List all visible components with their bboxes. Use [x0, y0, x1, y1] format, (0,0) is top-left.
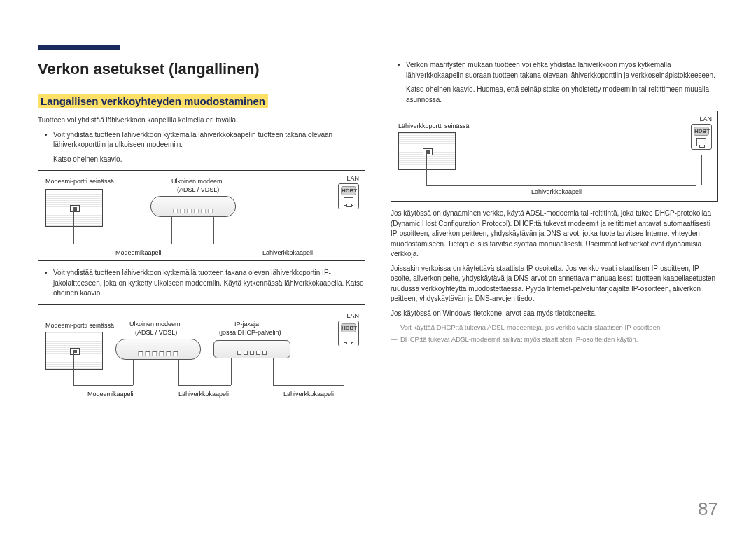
label-modem-cable-2: Modeemikaapeli — [88, 391, 134, 398]
label-external-modem-2: Ulkoinen modeemi — [130, 321, 182, 328]
lan-port-icon: HDBT — [338, 183, 359, 209]
label-external-modem: Ulkoinen modeemi — [172, 178, 224, 185]
dhcp-paragraph: Jos käytössä on dynaaminen verkko, käytä… — [391, 209, 718, 260]
label-adsl-vdsl-2: (ADSL / VDSL) — [135, 329, 177, 336]
modem-icon-2 — [115, 339, 201, 360]
label-lan-cable: Lähiverkkokaapeli — [262, 249, 313, 256]
note-1: Voit käyttää DHCP:tä tukevia ADSL-modeem… — [391, 323, 718, 332]
label-wall-port: Modeemi-portti seinässä — [46, 178, 114, 185]
diagram-modem-direct: Modeemi-portti seinässä Ulkoinen modeemi… — [38, 170, 365, 261]
section-heading: Langallisen verkkoyhteyden muodostaminen — [38, 94, 268, 108]
label-adsl-vdsl: (ADSL / VDSL) — [177, 186, 219, 193]
label-lan-cable-3: Lähiverkkokaapeli — [531, 188, 582, 195]
static-ip-paragraph: Joissakin verkoissa on käytettävä staatt… — [391, 264, 718, 304]
label-ip-sharer-sub: (jossa DHCP-palvelin) — [219, 329, 281, 336]
method-1: Voit yhdistää tuotteen lähiverkkoon kytk… — [38, 130, 365, 150]
label-hdbt: HDBT — [341, 186, 356, 195]
intro-text: Tuotteen voi yhdistää lähiverkkoon kaape… — [38, 115, 365, 126]
label-lan-3: LAN — [699, 115, 712, 122]
label-lan-cable-2a: Lähiverkkokaapeli — [178, 391, 229, 398]
label-lan: LAN — [346, 175, 359, 182]
wall-panel-icon — [46, 189, 103, 227]
header-rule — [38, 48, 718, 48]
page-number: 87 — [698, 498, 718, 520]
modem-icon — [150, 196, 236, 217]
windows-paragraph: Jos käytössä on Windows-tietokone, arvot… — [391, 309, 718, 319]
wall-panel-icon-3 — [398, 132, 456, 170]
lan-port-icon-3: HDBT — [691, 124, 712, 150]
label-wall-port-2: Modeemi-portti seinässä — [46, 322, 114, 329]
method-3-sub: Katso oheinen kaavio. Huomaa, että seinä… — [391, 85, 718, 105]
ip-sharer-icon — [214, 340, 290, 358]
left-column: Verkon asetukset (langallinen) Langallis… — [38, 60, 365, 506]
note-2: DHCP:tä tukevat ADSL-modeemit sallivat m… — [391, 335, 718, 344]
right-column: Verkon määritysten mukaan tuotteen voi e… — [391, 60, 718, 506]
label-hdbt-2: HDBT — [341, 323, 356, 332]
label-lan-cable-2b: Lähiverkkokaapeli — [284, 391, 334, 398]
page-content: Verkon asetukset (langallinen) Langallis… — [38, 60, 718, 506]
method-list-1: Voit yhdistää tuotteen lähiverkkoon kytk… — [38, 130, 365, 150]
method-3: Verkon määritysten mukaan tuotteen voi e… — [391, 60, 718, 80]
method-list-2: Voit yhdistää tuotteen lähiverkkoon kytk… — [38, 268, 365, 299]
method-1-sub: Katso oheinen kaavio. — [38, 155, 365, 165]
diagram-ip-sharer: Modeemi-portti seinässä Ulkoinen modeemi… — [38, 304, 365, 402]
label-modem-cable: Modeemikaapeli — [115, 249, 162, 256]
label-lan-wall-port: Lähiverkkoportti seinässä — [398, 122, 470, 129]
label-ip-sharer: IP-jakaja — [234, 321, 259, 328]
footnotes: Voit käyttää DHCP:tä tukevia ADSL-modeem… — [391, 323, 718, 344]
label-lan-2: LAN — [346, 312, 359, 319]
method-list-3: Verkon määritysten mukaan tuotteen voi e… — [391, 60, 718, 80]
label-hdbt-3: HDBT — [694, 127, 709, 136]
lan-port-icon-2: HDBT — [338, 321, 359, 346]
method-2: Voit yhdistää tuotteen lähiverkkoon kytk… — [38, 268, 365, 299]
page-title: Verkon asetukset (langallinen) — [38, 60, 365, 78]
wall-panel-icon-2 — [46, 332, 103, 370]
diagram-wall-direct: Lähiverkkoportti seinässä LAN HDBT Lähiv… — [391, 111, 718, 202]
